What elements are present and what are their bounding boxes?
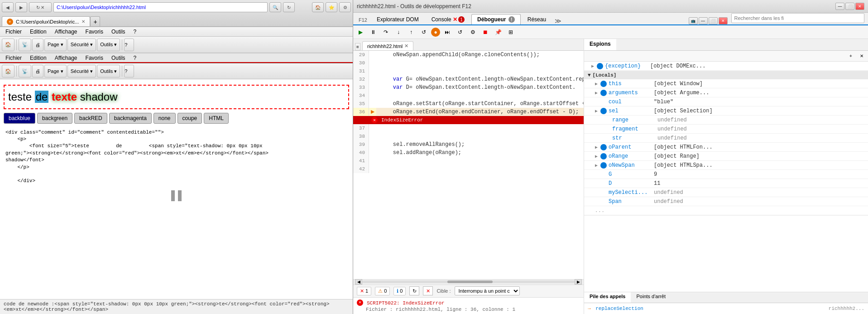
address-bar[interactable]	[53, 2, 268, 12]
home-button[interactable]: 🏠	[312, 2, 324, 12]
menu-edition-1[interactable]: Edition	[26, 28, 50, 36]
refresh-icon-btn[interactable]: ↻	[409, 286, 419, 295]
scrollbar-thumb[interactable]	[447, 280, 493, 283]
expand-oparent[interactable]: ▶	[595, 145, 600, 150]
search-button[interactable]: 🔍	[269, 2, 281, 12]
devtools-close[interactable]: ✕	[855, 3, 864, 10]
menu-outils-1[interactable]: Outils	[108, 28, 129, 36]
dt-breakpoint-btn[interactable]: ●	[431, 28, 440, 37]
expand-sel[interactable]: ▶	[595, 108, 600, 114]
btn-backblue[interactable]: backblue	[4, 113, 35, 124]
home-toolbar-btn-1[interactable]: 🏠	[2, 39, 14, 51]
tab-espions[interactable]: Espions	[584, 39, 616, 50]
dt-skip-btn[interactable]: ⏭	[442, 27, 453, 37]
file-nav-left[interactable]: ≡	[353, 43, 362, 50]
settings-button[interactable]: ⚙	[339, 2, 351, 12]
reload-button[interactable]: ↻ ✕	[29, 2, 52, 12]
dt-stop-btn[interactable]: ⏹	[480, 27, 491, 37]
expand-span[interactable]	[595, 199, 600, 204]
expand-coul[interactable]	[595, 99, 600, 104]
expand-exception[interactable]: ▶	[591, 63, 597, 69]
rss-btn-2[interactable]: 📡	[19, 65, 31, 77]
menu-fichier-2[interactable]: Fichier	[2, 54, 25, 62]
btn-backmagenta[interactable]: backmagenta	[109, 113, 152, 124]
btn-none[interactable]: none	[153, 113, 176, 124]
tab-explorateur-dom[interactable]: Explorateur DOM	[371, 14, 425, 24]
dt-fullscreen-btn[interactable]: ⊞	[505, 27, 516, 37]
forward-button[interactable]: ▶	[15, 2, 27, 12]
menu-edition-2[interactable]: Edition	[26, 54, 50, 62]
dt-pause-btn[interactable]: ⏸	[368, 27, 379, 37]
expand-onewspan[interactable]: ▶	[595, 163, 600, 168]
tab-close-button[interactable]: ✕	[82, 19, 85, 24]
dt-play-btn[interactable]: ▶	[355, 27, 366, 37]
dt-win-minimize[interactable]: 📺	[689, 17, 698, 24]
menu-favoris-1[interactable]: Favoris	[82, 28, 107, 36]
rss-btn-1[interactable]: 📡	[19, 39, 31, 51]
call-stack-item-1[interactable]: → replaceSelection richhhhh2...	[588, 305, 864, 312]
dt-step-into-btn[interactable]: ↓	[393, 27, 404, 37]
dt-restart-btn[interactable]: ↺	[455, 27, 465, 37]
expand-myselecti[interactable]	[595, 190, 600, 195]
help-btn-2[interactable]: ?	[124, 65, 134, 77]
scroll-left-btn[interactable]: ◀	[355, 279, 362, 285]
refresh-button[interactable]: ↻	[283, 2, 295, 12]
tab-breakpoints[interactable]: Points d'arrêt	[631, 292, 671, 303]
devtools-search[interactable]	[731, 13, 864, 23]
tab-debogueur[interactable]: Débogueur !	[471, 14, 521, 25]
menu-affichage-1[interactable]: Affichage	[51, 28, 81, 36]
devtools-restore[interactable]: ⬜	[845, 3, 854, 10]
back-button[interactable]: ◀	[2, 2, 14, 12]
expand-fragment[interactable]	[599, 126, 604, 131]
insp-delete-btn[interactable]: ✕	[857, 52, 866, 60]
menu-favoris-2[interactable]: Favoris	[82, 54, 107, 62]
menu-help-1[interactable]: ?	[130, 28, 140, 36]
info-badge[interactable]: ℹ 0	[393, 287, 406, 295]
clear-console-btn[interactable]: ✕	[423, 286, 433, 295]
file-tab-close[interactable]: ✕	[404, 43, 408, 49]
security-btn-1[interactable]: Sécurité ▾	[67, 39, 96, 51]
error-badge[interactable]: ✕ 1	[357, 287, 371, 295]
tools-btn-2[interactable]: Outils ▾	[97, 65, 120, 77]
dt-win-maximize[interactable]: ⬜	[709, 17, 718, 24]
warn-badge[interactable]: ⚠ 0	[375, 287, 390, 295]
expand-str[interactable]	[599, 135, 604, 140]
expand-range[interactable]	[599, 117, 604, 122]
tabs-more-icon[interactable]: ≫	[555, 17, 561, 24]
menu-outils-2[interactable]: Outils	[108, 54, 129, 62]
menu-help-2[interactable]: ?	[130, 54, 140, 62]
menu-fichier-1[interactable]: Fichier	[2, 28, 25, 36]
browser-tab-active[interactable]: e C:\Users\polux\Desktop\ric... ✕	[2, 16, 90, 26]
btn-backred[interactable]: backRED	[74, 113, 107, 124]
expand-g[interactable]	[595, 172, 600, 177]
tab-reseau[interactable]: Réseau	[522, 14, 552, 24]
file-menu-btn[interactable]: ≡	[355, 43, 360, 50]
dt-step-out-btn[interactable]: ↑	[406, 27, 417, 37]
code-scrollbar[interactable]: ◀ ▶	[353, 279, 584, 285]
dt-win-restore[interactable]: —	[699, 17, 708, 24]
help-btn-1[interactable]: ?	[124, 39, 134, 51]
tab-call-stack[interactable]: Pile des appels	[584, 292, 631, 303]
scrollbar-track[interactable]	[362, 280, 575, 283]
page-btn-1[interactable]: Page ▾	[44, 39, 67, 51]
dt-step-over-btn[interactable]: ↷	[380, 27, 391, 37]
tools-btn-1[interactable]: Outils ▾	[97, 39, 120, 51]
locals-header[interactable]: ▼ [Locals]	[584, 71, 868, 79]
btn-html[interactable]: HTML	[204, 113, 229, 124]
menu-affichage-2[interactable]: Affichage	[51, 54, 81, 62]
browser-tab-new[interactable]: +	[90, 16, 100, 26]
btn-coupe[interactable]: coupe	[177, 113, 202, 124]
dt-step-back-btn[interactable]: ↺	[418, 27, 429, 37]
dt-dock-btn[interactable]: 📌	[493, 27, 504, 37]
tab-console[interactable]: Console ✕1	[426, 14, 470, 25]
expand-arguments[interactable]: ▶	[595, 90, 600, 96]
devtools-minimize[interactable]: —	[835, 3, 844, 10]
security-btn-2[interactable]: Sécurité ▾	[67, 65, 96, 77]
target-select[interactable]: Interrompu à un point c	[455, 286, 520, 295]
print-btn-2[interactable]: 🖨	[32, 65, 43, 77]
expand-orange[interactable]: ▶	[595, 154, 600, 159]
favorites-button[interactable]: ⭐	[326, 2, 337, 12]
page-btn-2[interactable]: Page ▾	[44, 65, 67, 77]
print-btn-1[interactable]: 🖨	[32, 39, 43, 51]
dt-win-close[interactable]: ✕	[719, 17, 728, 24]
